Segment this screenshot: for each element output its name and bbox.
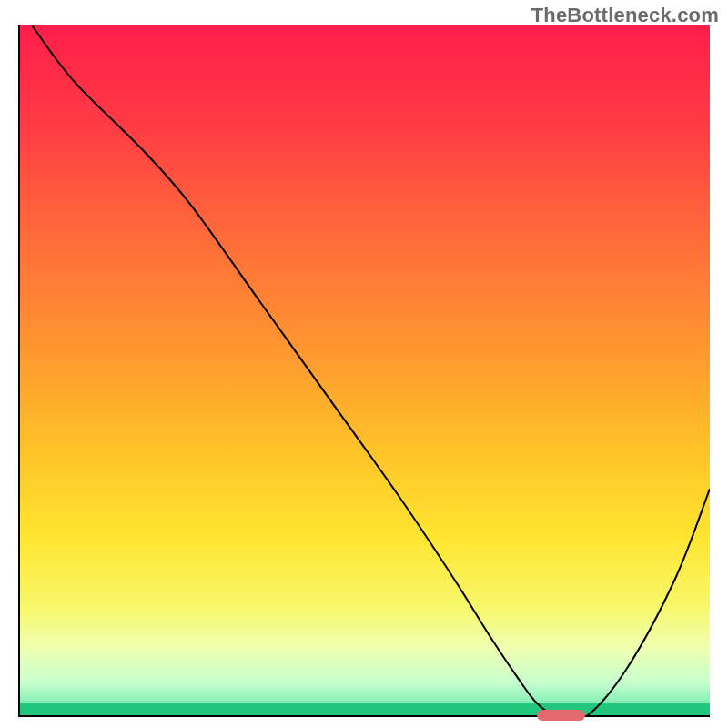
chart-stage: TheBottleneck.com	[0, 0, 728, 728]
axes-frame	[18, 25, 710, 717]
optimal-range-marker	[537, 710, 585, 721]
watermark-text: TheBottleneck.com	[531, 4, 719, 27]
